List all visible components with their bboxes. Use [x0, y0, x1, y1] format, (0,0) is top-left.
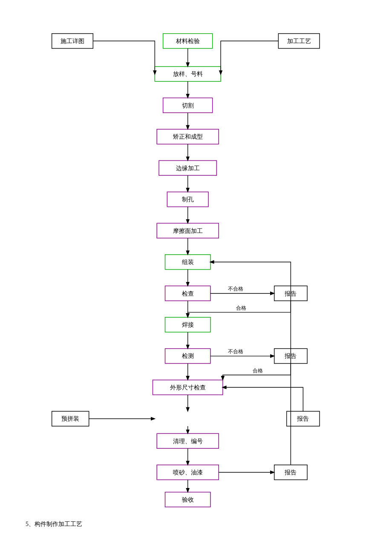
svg-text:放样、号料: 放样、号料	[173, 71, 203, 77]
svg-rect-10	[157, 129, 219, 144]
svg-text:报告: 报告	[284, 353, 297, 359]
svg-text:矫正和成型: 矫正和成型	[173, 134, 203, 140]
svg-text:加工工艺: 加工工艺	[287, 38, 311, 44]
svg-rect-8	[163, 98, 213, 113]
svg-rect-28	[274, 349, 307, 363]
flowchart-svg: 施工详图 材料检验 加工工艺 放样、号料 切割 矫正和成型 边缘加工 制孔	[34, 17, 358, 512]
svg-text:制孔: 制孔	[182, 196, 194, 203]
svg-text:报告: 报告	[284, 291, 297, 297]
svg-rect-18	[165, 255, 210, 270]
svg-rect-20	[165, 286, 210, 301]
svg-text:施工详图: 施工详图	[61, 38, 84, 44]
svg-text:报告: 报告	[297, 416, 309, 422]
svg-text:边缘加工: 边缘加工	[176, 165, 200, 171]
svg-rect-26	[165, 349, 210, 363]
svg-text:合格: 合格	[253, 368, 263, 374]
svg-rect-14	[167, 192, 208, 207]
svg-text:检查: 检查	[182, 291, 194, 297]
svg-text:组装: 组装	[182, 259, 194, 265]
svg-text:外形尺寸检查: 外形尺寸检查	[170, 384, 206, 391]
svg-rect-24	[165, 317, 210, 332]
svg-text:报告: 报告	[284, 469, 297, 476]
svg-text:切割: 切割	[182, 102, 194, 109]
svg-text:焊接: 焊接	[182, 322, 194, 328]
svg-rect-38	[157, 465, 219, 480]
diagram: 施工详图 材料检验 加工工艺 放样、号料 切割 矫正和成型 边缘加工 制孔	[34, 17, 358, 512]
svg-rect-2	[163, 34, 213, 49]
page: 施工详图 材料检验 加工工艺 放样、号料 切割 矫正和成型 边缘加工 制孔	[0, 0, 392, 555]
svg-rect-34	[287, 411, 320, 426]
svg-text:合格: 合格	[236, 305, 246, 311]
svg-rect-12	[159, 160, 216, 175]
svg-rect-36	[157, 433, 219, 448]
svg-text:清理、编号: 清理、编号	[173, 438, 203, 445]
svg-rect-16	[157, 223, 219, 238]
caption-text: 5、构件制作加工工艺	[26, 520, 366, 528]
svg-text:不合格: 不合格	[228, 286, 243, 292]
svg-rect-22	[274, 286, 307, 301]
svg-text:摩擦面加工: 摩擦面加工	[173, 228, 203, 234]
svg-text:验收: 验收	[182, 497, 194, 503]
svg-rect-0	[52, 34, 93, 49]
svg-text:材料检验: 材料检验	[176, 38, 200, 44]
svg-text:检测: 检测	[182, 353, 194, 359]
svg-text:不合格: 不合格	[228, 349, 243, 355]
svg-rect-40	[274, 465, 307, 480]
svg-rect-4	[278, 34, 320, 49]
svg-rect-6	[155, 67, 221, 81]
svg-rect-42	[165, 492, 210, 507]
svg-text:喷砂、油漆: 喷砂、油漆	[173, 469, 203, 476]
svg-text:预拼装: 预拼装	[61, 416, 79, 422]
svg-rect-30	[153, 380, 223, 395]
svg-rect-32	[52, 411, 89, 426]
